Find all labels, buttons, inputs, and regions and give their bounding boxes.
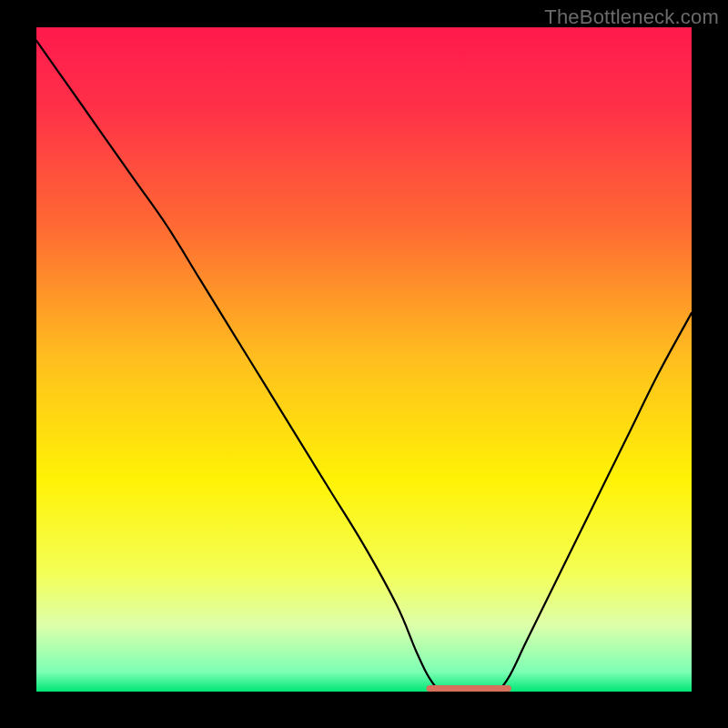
plot-area bbox=[36, 27, 692, 692]
chart-frame: TheBottleneck.com bbox=[0, 0, 728, 728]
chart-svg bbox=[36, 27, 692, 692]
watermark-text: TheBottleneck.com bbox=[544, 5, 719, 29]
gradient-background bbox=[36, 27, 692, 692]
